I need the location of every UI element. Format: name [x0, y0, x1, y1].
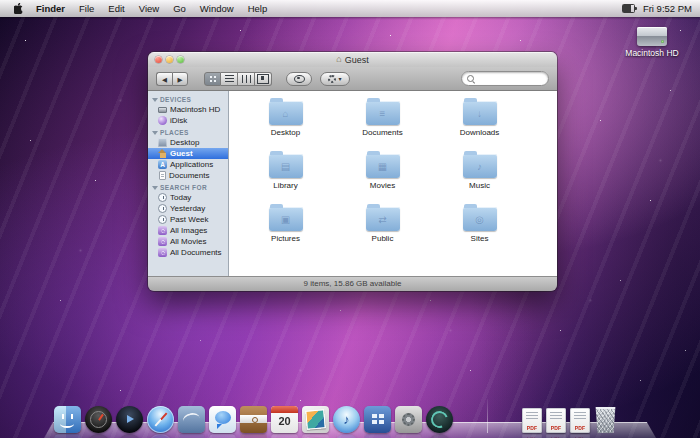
- dock-pdf-document-icon[interactable]: PDF: [522, 408, 542, 433]
- disclosure-triangle[interactable]: [152, 131, 158, 135]
- status-text: 9 items, 15.86 GB available: [304, 279, 402, 288]
- menu-clock[interactable]: Fri 9:52 PM: [643, 3, 692, 14]
- sidebar-item-applications[interactable]: Applications: [148, 159, 228, 170]
- action-menu-button[interactable]: ▾: [320, 72, 350, 86]
- dock-spaces-icon[interactable]: [364, 406, 391, 433]
- sidebar-item-documents[interactable]: Documents: [148, 170, 228, 181]
- sidebar-item-all-documents[interactable]: All Documents: [148, 247, 228, 258]
- dock-front-row-icon[interactable]: [116, 406, 143, 433]
- sidebar-item-all-movies[interactable]: All Movies: [148, 236, 228, 247]
- folder-downloads[interactable]: ↓ Downloads: [431, 101, 528, 137]
- desktop: Finder File Edit View Go Window Help Fri…: [0, 0, 700, 438]
- home-icon: ⌂: [336, 55, 341, 64]
- clock-icon: [158, 193, 167, 202]
- dock-pdf-document-icon[interactable]: PDF: [546, 408, 566, 433]
- disclosure-triangle[interactable]: [152, 186, 158, 190]
- folder-pictures[interactable]: ▣ Pictures: [237, 207, 334, 243]
- column-view-button[interactable]: [238, 72, 255, 86]
- desktop-icon: [158, 138, 167, 147]
- folder-movies[interactable]: ▦ Movies: [334, 154, 431, 190]
- disclosure-triangle[interactable]: [152, 98, 158, 102]
- folder-icon: ▣: [269, 207, 303, 231]
- coverflow-view-button[interactable]: [255, 72, 272, 86]
- menu-file[interactable]: File: [72, 3, 101, 14]
- status-bar: 9 items, 15.86 GB available: [148, 276, 557, 291]
- nav-buttons: ◀ ▶: [156, 72, 188, 86]
- hard-drive-icon: [637, 27, 667, 46]
- ical-date: 20: [271, 416, 298, 427]
- dock-mail-icon[interactable]: [178, 406, 205, 433]
- back-button[interactable]: ◀: [156, 72, 172, 86]
- sidebar-item-guest[interactable]: Guest: [148, 148, 228, 159]
- dock-safari-icon[interactable]: [147, 406, 174, 433]
- dock-icons: 20 PDF PDF PDF: [44, 399, 656, 433]
- dock-dashboard-icon[interactable]: [85, 406, 112, 433]
- quick-look-button[interactable]: [286, 72, 312, 86]
- dock-preview-icon[interactable]: [302, 406, 329, 433]
- gear-icon: [328, 75, 336, 83]
- dock-system-preferences-icon[interactable]: [395, 406, 422, 433]
- menu-view[interactable]: View: [132, 3, 166, 14]
- coverflow-view-icon: [257, 74, 269, 84]
- dock: 20 PDF PDF PDF: [44, 390, 656, 438]
- home-icon: [158, 149, 167, 158]
- folder-music[interactable]: ♪ Music: [431, 154, 528, 190]
- apple-menu[interactable]: [8, 3, 29, 14]
- back-icon: ◀: [162, 76, 167, 83]
- menu-window[interactable]: Window: [193, 3, 241, 14]
- sidebar-item-today[interactable]: Today: [148, 192, 228, 203]
- folder-icon: ↓: [463, 101, 497, 125]
- menu-go[interactable]: Go: [166, 3, 193, 14]
- folder-icon: ▤: [269, 154, 303, 178]
- folder-desktop[interactable]: ⌂ Desktop: [237, 101, 334, 137]
- dock-address-book-icon[interactable]: [240, 406, 267, 433]
- zoom-button[interactable]: [177, 56, 184, 63]
- search-field[interactable]: [461, 71, 549, 86]
- window-body: DEVICES Macintosh HD iDisk PLACES Deskto…: [148, 91, 557, 276]
- sidebar: DEVICES Macintosh HD iDisk PLACES Deskto…: [148, 91, 229, 276]
- sidebar-item-past-week[interactable]: Past Week: [148, 214, 228, 225]
- search-input[interactable]: [474, 74, 545, 84]
- folder-sites[interactable]: ◎ Sites: [431, 207, 528, 243]
- close-button[interactable]: [155, 56, 162, 63]
- sidebar-item-yesterday[interactable]: Yesterday: [148, 203, 228, 214]
- desktop-volume-macintosh-hd[interactable]: Macintosh HD: [610, 27, 694, 58]
- list-view-button[interactable]: [221, 72, 238, 86]
- dock-ichat-icon[interactable]: [209, 406, 236, 433]
- title-bar[interactable]: ⌂ Guest: [148, 52, 557, 67]
- dock-ical-icon[interactable]: 20: [271, 406, 298, 433]
- icon-view-button[interactable]: [204, 72, 221, 86]
- sidebar-item-desktop[interactable]: Desktop: [148, 137, 228, 148]
- dock-trash-icon[interactable]: [594, 407, 617, 433]
- sidebar-section-places: PLACES: [148, 126, 228, 137]
- dock-pdf-document-icon[interactable]: PDF: [570, 408, 590, 433]
- forward-icon: ▶: [178, 76, 183, 83]
- menu-finder[interactable]: Finder: [29, 3, 72, 14]
- finder-window: ⌂ Guest ◀ ▶ ▾: [148, 52, 557, 291]
- search-icon: [467, 75, 474, 82]
- menu-edit[interactable]: Edit: [101, 3, 131, 14]
- folder-public[interactable]: ⇄ Public: [334, 207, 431, 243]
- smart-folder-icon: [158, 226, 167, 235]
- idisk-icon: [158, 116, 167, 125]
- column-view-icon: [242, 75, 251, 83]
- sidebar-item-macintosh-hd[interactable]: Macintosh HD: [148, 104, 228, 115]
- folder-view: ⌂ Desktop ≡ Documents ↓ Downloads ▤ Libr…: [229, 91, 557, 276]
- minimize-button[interactable]: [166, 56, 173, 63]
- sidebar-item-all-images[interactable]: All Images: [148, 225, 228, 236]
- folder-icon: ♪: [463, 154, 497, 178]
- smart-folder-icon: [158, 248, 167, 257]
- forward-button[interactable]: ▶: [172, 72, 188, 86]
- dock-itunes-icon[interactable]: [333, 406, 360, 433]
- clock-icon: [158, 215, 167, 224]
- folder-library[interactable]: ▤ Library: [237, 154, 334, 190]
- icon-grid: ⌂ Desktop ≡ Documents ↓ Downloads ▤ Libr…: [229, 91, 557, 243]
- menu-help[interactable]: Help: [241, 3, 275, 14]
- folder-documents[interactable]: ≡ Documents: [334, 101, 431, 137]
- window-title-text: Guest: [345, 55, 369, 65]
- battery-icon[interactable]: [622, 4, 635, 13]
- dock-finder-icon[interactable]: [54, 406, 81, 433]
- dock-time-machine-icon[interactable]: [426, 406, 453, 433]
- menu-bar: Finder File Edit View Go Window Help Fri…: [0, 0, 700, 17]
- sidebar-item-idisk[interactable]: iDisk: [148, 115, 228, 126]
